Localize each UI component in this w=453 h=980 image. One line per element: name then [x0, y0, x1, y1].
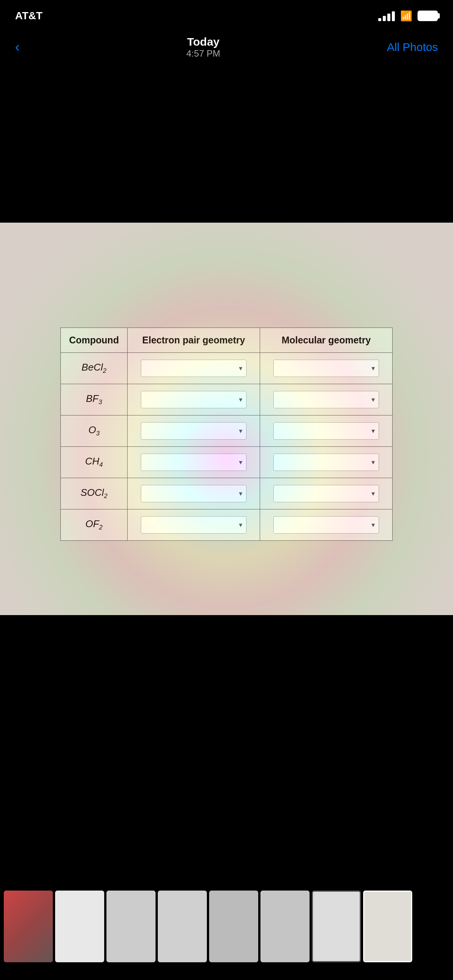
mg-of2[interactable]: ▾	[260, 509, 392, 540]
epg-socl2[interactable]: ▾	[127, 478, 260, 509]
mg-bf3[interactable]: ▾	[260, 384, 392, 415]
epg-becl2[interactable]: ▾	[127, 352, 260, 384]
table-row: OF2 ▾ ▾	[61, 509, 392, 540]
chem-table-wrap: Compound Electron pair geometry Molecula…	[61, 328, 392, 541]
table-row: SOCl2 ▾ ▾	[61, 478, 392, 509]
battery-icon	[418, 11, 438, 21]
nav-center: Today 4:57 PM	[187, 35, 220, 59]
signal-bars-icon	[378, 11, 395, 21]
black-bottom-area	[0, 615, 453, 887]
photo-view[interactable]: Compound Electron pair geometry Molecula…	[0, 223, 453, 615]
thumbnail-item[interactable]	[260, 891, 309, 962]
carrier-label: AT&T	[15, 10, 43, 22]
compound-o3: O3	[61, 415, 128, 446]
thumbnail-item[interactable]	[158, 891, 207, 962]
thumbnail-item[interactable]	[107, 891, 156, 962]
status-icons: 📶	[378, 10, 438, 22]
col-header-electron: Electron pair geometry	[127, 328, 260, 352]
compound-becl2: BeCl2	[61, 352, 128, 384]
thumbnail-item[interactable]	[55, 891, 104, 962]
mg-becl2[interactable]: ▾	[260, 352, 392, 384]
nav-subtitle: 4:57 PM	[187, 48, 220, 59]
chemistry-table: Compound Electron pair geometry Molecula…	[61, 328, 392, 541]
compound-socl2: SOCl2	[61, 478, 128, 509]
table-row: O3 ▾ ▾	[61, 415, 392, 446]
table-row: BeCl2 ▾ ▾	[61, 352, 392, 384]
thumbnail-active-item[interactable]	[363, 891, 412, 962]
nav-title: Today	[187, 35, 220, 48]
epg-ch4[interactable]: ▾	[127, 446, 260, 478]
mg-ch4[interactable]: ▾	[260, 446, 392, 478]
mg-o3[interactable]: ▾	[260, 415, 392, 446]
all-photos-button[interactable]: All Photos	[387, 41, 438, 54]
epg-bf3[interactable]: ▾	[127, 384, 260, 415]
thumbnail-item[interactable]	[312, 891, 361, 962]
epg-o3[interactable]: ▾	[127, 415, 260, 446]
table-row: BF3 ▾ ▾	[61, 384, 392, 415]
col-header-compound: Compound	[61, 328, 128, 352]
back-button[interactable]: ‹	[15, 39, 20, 55]
epg-of2[interactable]: ▾	[127, 509, 260, 540]
table-row: CH4 ▾ ▾	[61, 446, 392, 478]
nav-bar: ‹ Today 4:57 PM All Photos	[0, 30, 453, 64]
compound-bf3: BF3	[61, 384, 128, 415]
wifi-icon: 📶	[400, 10, 412, 22]
black-top-area	[0, 64, 453, 223]
thumbnail-item[interactable]	[209, 891, 258, 962]
compound-ch4: CH4	[61, 446, 128, 478]
status-bar: AT&T 📶	[0, 0, 453, 30]
mg-socl2[interactable]: ▾	[260, 478, 392, 509]
col-header-molecular: Molecular geometry	[260, 328, 392, 352]
compound-of2: OF2	[61, 509, 128, 540]
thumbnail-strip[interactable]	[0, 887, 453, 966]
thumbnail-item[interactable]	[4, 891, 53, 962]
bottom-toolbar: Edit	[0, 966, 453, 980]
